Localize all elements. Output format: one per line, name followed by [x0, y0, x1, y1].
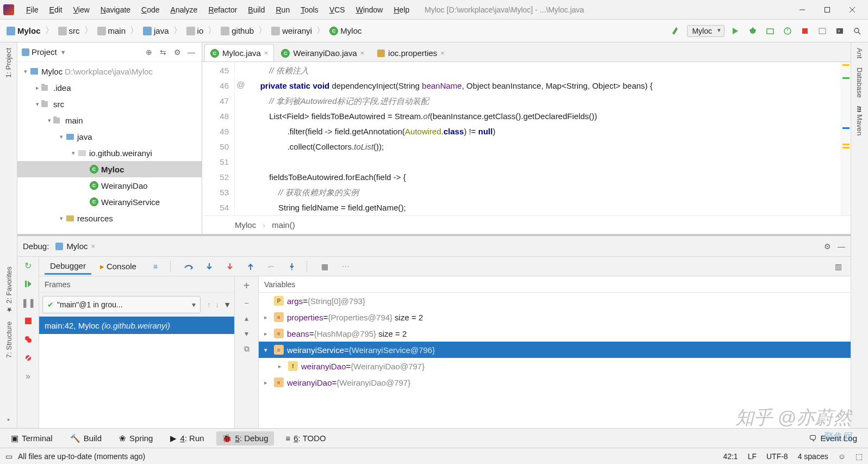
close-tab-icon[interactable]: × — [91, 242, 96, 250]
code-editor[interactable]: 45464748495051525354 @ // 依赖注入 private s… — [202, 62, 851, 215]
view-breakpoints-icon[interactable] — [22, 333, 35, 346]
maximize-button[interactable] — [815, 0, 840, 20]
event-log-tab[interactable]: 🗨Event Log — [803, 431, 863, 445]
run-anything-icon[interactable] — [833, 24, 846, 38]
prev-frame-icon[interactable]: ↑ — [207, 300, 211, 309]
editor-tab[interactable]: ioc.properties× — [371, 44, 451, 61]
menu-refactor[interactable]: Refactor — [203, 5, 242, 14]
run-to-cursor-icon[interactable] — [285, 259, 299, 274]
debug-settings-icon[interactable]: ⚙ — [824, 242, 831, 251]
tree-node[interactable]: ▾Myloc D:\workplace\java\Myloc — [17, 63, 202, 79]
down-icon[interactable]: ▾ — [245, 329, 248, 338]
breadcrumb-item[interactable]: Myloc — [4, 25, 43, 36]
frames-list[interactable]: main:42, Myloc (io.github.weiranyi) — [39, 317, 234, 428]
tree-node[interactable]: ▾src — [17, 96, 202, 112]
minimize-button[interactable] — [790, 0, 815, 20]
breadcrumb-item[interactable]: java — [141, 25, 171, 36]
hide-icon[interactable]: — — [185, 46, 197, 58]
close-tab-icon[interactable]: × — [360, 49, 365, 57]
copy-icon[interactable]: ⧉ — [244, 344, 249, 354]
tool-tab-todo[interactable]: ≡6: TODO — [280, 431, 332, 445]
variable-node[interactable]: ▸fweiranyiDao = {WeiranyiDao@797} — [259, 358, 851, 374]
search-everywhere-icon[interactable] — [851, 24, 864, 38]
menu-vcs[interactable]: VCS — [324, 5, 351, 14]
settings-icon[interactable]: ⚙ — [171, 46, 183, 58]
run-button[interactable] — [729, 24, 742, 38]
stop-button[interactable] — [798, 24, 811, 38]
run-config-selector[interactable]: Myloc — [687, 25, 725, 37]
menu-build[interactable]: Build — [242, 5, 270, 14]
editor-tab[interactable]: Myloc.java× — [204, 44, 274, 61]
breadcrumb-item[interactable]: main — [95, 25, 128, 36]
close-tab-icon[interactable]: × — [440, 49, 445, 57]
debug-config-tab[interactable]: Myloc × — [55, 242, 95, 251]
menu-navigate[interactable]: Navigate — [95, 5, 136, 14]
breadcrumb-item[interactable]: github — [218, 25, 256, 36]
profile-button[interactable] — [781, 24, 794, 38]
add-watch-icon[interactable]: + — [243, 280, 250, 292]
variable-node[interactable]: ▸≡properties = {Properties@794} size = 2 — [259, 309, 851, 325]
breadcrumb-item[interactable]: io — [184, 25, 206, 36]
favorites-tab[interactable]: ★ 2: Favorites — [5, 267, 13, 314]
project-title[interactable]: Project — [32, 47, 57, 57]
console-tab[interactable]: ▸Console — [95, 259, 142, 274]
caret-position[interactable]: 42:1 — [723, 452, 738, 461]
tool-tab-spring[interactable]: ❀Spring — [114, 431, 158, 446]
project-tool-tab[interactable]: 1: Project — [3, 44, 14, 82]
layout-settings-icon[interactable]: ▥ — [831, 259, 845, 274]
update-app-icon[interactable] — [816, 24, 829, 38]
coverage-button[interactable] — [764, 24, 777, 38]
thread-selector[interactable]: ✔ "main"@1 in grou... — [42, 296, 201, 313]
tree-node[interactable]: ▾java — [17, 128, 202, 145]
inspections-icon[interactable]: ☺ — [838, 452, 846, 461]
variable-node[interactable]: ▾≡weiranyiService = {WeiranyiService@796… — [259, 342, 851, 358]
indent-setting[interactable]: 4 spaces — [798, 452, 828, 461]
breadcrumb-item[interactable]: Myloc — [327, 25, 364, 36]
mute-breakpoints-icon[interactable] — [22, 351, 35, 364]
tool-tab-debug[interactable]: 🐞5: Debug — [216, 431, 274, 446]
project-view-dropdown-icon[interactable]: ▼ — [60, 49, 66, 55]
project-tree[interactable]: ▾Myloc D:\workplace\java\Myloc▸.idea▾src… — [17, 62, 202, 234]
structure-tab[interactable]: 7: Structure — [5, 321, 13, 358]
more-icon[interactable]: » — [22, 370, 35, 383]
step-over-icon[interactable] — [182, 259, 196, 274]
breadcrumb-item[interactable]: weiranyi — [269, 25, 314, 36]
tree-node[interactable]: ▾io.github.weiranyi — [17, 145, 202, 161]
menu-run[interactable]: Run — [270, 5, 295, 14]
menu-analyze[interactable]: Analyze — [165, 5, 203, 14]
menu-view[interactable]: View — [68, 5, 95, 14]
remove-watch-icon[interactable]: − — [244, 299, 248, 307]
step-out-icon[interactable] — [243, 259, 258, 274]
maven-tab[interactable]: m Maven — [854, 102, 865, 140]
status-icon[interactable]: ▭ — [5, 452, 13, 461]
variable-node[interactable]: ▸≡weiranyiDao = {WeiranyiDao@797} — [259, 374, 851, 391]
evaluate-icon[interactable]: ▦ — [318, 259, 332, 274]
menu-tools[interactable]: Tools — [295, 5, 324, 14]
variables-tree[interactable]: Pargs = {String[0]@793}▸≡properties = {P… — [259, 293, 851, 428]
menu-window[interactable]: Window — [351, 5, 389, 14]
force-step-into-icon[interactable] — [223, 259, 237, 274]
menu-code[interactable]: Code — [136, 5, 165, 14]
rerun-icon[interactable]: ↻ — [22, 259, 35, 272]
debugger-tab[interactable]: Debugger — [45, 258, 91, 275]
encoding[interactable]: UTF-8 — [766, 452, 788, 461]
line-separator[interactable]: LF — [748, 452, 757, 461]
expand-all-icon[interactable]: ⇆ — [157, 46, 169, 58]
gutter-overflow-icon[interactable]: ▪ — [7, 415, 10, 424]
step-into-icon[interactable] — [202, 259, 216, 274]
debug-hide-icon[interactable]: — — [838, 242, 845, 251]
close-button[interactable] — [840, 0, 865, 20]
breadcrumb-item[interactable]: src — [56, 25, 82, 36]
next-frame-icon[interactable]: ↓ — [215, 300, 219, 309]
memory-icon[interactable]: ⬚ — [855, 452, 863, 461]
debug-button[interactable] — [746, 24, 759, 38]
menu-file[interactable]: File — [21, 5, 44, 14]
threads-view-icon[interactable]: ≡ — [148, 259, 163, 274]
stop-icon[interactable] — [22, 314, 35, 327]
close-tab-icon[interactable]: × — [264, 49, 268, 57]
up-icon[interactable]: ▴ — [245, 314, 248, 323]
menu-edit[interactable]: Edit — [44, 5, 68, 14]
build-project-icon[interactable] — [670, 24, 683, 38]
tool-tab-run[interactable]: ▶4: Run — [165, 431, 209, 446]
tool-tab-build[interactable]: 🔨Build — [65, 431, 107, 446]
